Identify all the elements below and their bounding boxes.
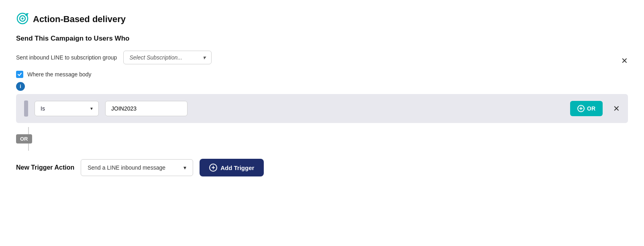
operator-chevron-icon: ▾ bbox=[90, 106, 93, 111]
target-icon bbox=[16, 12, 29, 27]
or-divider: OR bbox=[16, 127, 628, 151]
svg-point-2 bbox=[22, 18, 24, 20]
or-line-top bbox=[28, 127, 29, 134]
subscription-placeholder: Select Subscription... bbox=[129, 54, 182, 61]
add-trigger-label: Add Trigger bbox=[220, 164, 254, 171]
page-title: Action-Based delivery bbox=[33, 14, 126, 25]
drag-handle[interactable] bbox=[24, 100, 28, 117]
add-trigger-plus-icon: + bbox=[209, 164, 217, 172]
or-plus-icon: + bbox=[577, 105, 585, 112]
trigger-action-select[interactable]: Send a LINE inbound message ▾ bbox=[81, 159, 193, 176]
or-line-bottom bbox=[28, 144, 29, 151]
trigger-action-chevron-icon: ▾ bbox=[183, 164, 186, 171]
bottom-action-row: New Trigger Action Send a LINE inbound m… bbox=[16, 159, 628, 176]
trigger-condition-row: Sent inbound LINE to subscription group … bbox=[16, 51, 621, 64]
section-title: Send This Campaign to Users Who bbox=[16, 35, 628, 43]
info-icon-wrapper: i bbox=[16, 82, 628, 91]
close-condition-button[interactable]: ✕ bbox=[613, 104, 620, 113]
new-trigger-action-label: New Trigger Action bbox=[16, 164, 74, 171]
or-button-label: OR bbox=[587, 105, 595, 112]
or-badge[interactable]: OR bbox=[16, 134, 32, 144]
trigger-action-value: Send a LINE inbound message bbox=[88, 164, 165, 171]
trigger-row: Sent inbound LINE to subscription group … bbox=[16, 51, 628, 71]
message-body-label: Where the message body bbox=[27, 71, 92, 78]
condition-bar: Is ▾ + OR ✕ bbox=[16, 94, 628, 123]
operator-select[interactable]: Is ▾ bbox=[35, 101, 99, 116]
add-trigger-button[interactable]: + Add Trigger bbox=[200, 159, 264, 176]
subscription-chevron-icon: ▾ bbox=[203, 54, 206, 61]
message-body-checkbox-row: Where the message body bbox=[16, 71, 628, 78]
message-body-checkbox[interactable] bbox=[16, 71, 23, 78]
condition-input[interactable] bbox=[105, 101, 187, 116]
info-icon[interactable]: i bbox=[16, 82, 25, 91]
close-trigger-button[interactable]: ✕ bbox=[621, 57, 628, 65]
or-button[interactable]: + OR bbox=[570, 101, 603, 116]
operator-value: Is bbox=[41, 105, 45, 112]
page-header: Action-Based delivery bbox=[16, 12, 628, 27]
trigger-label: Sent inbound LINE to subscription group bbox=[16, 54, 117, 61]
subscription-select[interactable]: Select Subscription... ▾ bbox=[123, 51, 212, 64]
